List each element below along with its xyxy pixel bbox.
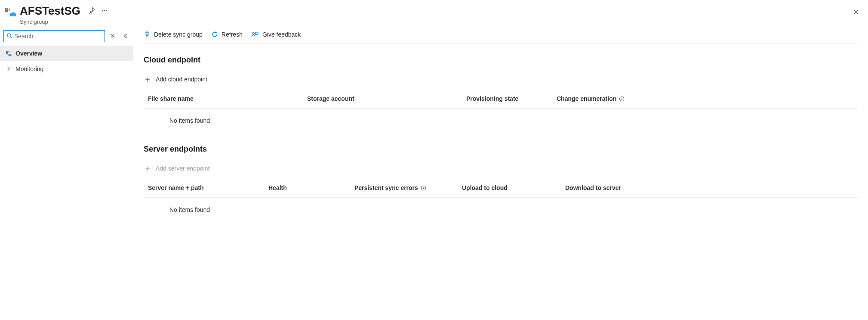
svg-point-14 (423, 186, 424, 187)
page-header: AFSTestSG Sync group (0, 0, 868, 28)
sidebar-item-monitoring[interactable]: Monitoring (0, 61, 133, 77)
svg-point-11 (622, 97, 622, 98)
search-input[interactable] (12, 32, 102, 40)
svg-rect-1 (6, 9, 7, 9)
toolbar-label: Give feedback (262, 31, 301, 38)
page-subtitle: Sync group (20, 19, 80, 25)
column-header[interactable]: File share name (144, 95, 307, 102)
column-header[interactable]: Persistent sync errors (354, 184, 462, 191)
sidebar: Overview Monitoring (0, 28, 133, 320)
svg-point-9 (252, 33, 254, 35)
info-icon[interactable] (619, 96, 625, 102)
sync-group-icon (4, 6, 16, 19)
add-label: Add cloud endpoint (156, 76, 207, 83)
page-title: AFSTestSG (20, 4, 80, 18)
empty-message: No items found (144, 109, 858, 133)
feedback-icon (251, 31, 259, 38)
toolbar: Delete sync group Refresh Give feedback (144, 28, 858, 43)
toolbar-label: Refresh (222, 31, 243, 38)
svg-point-5 (106, 10, 107, 11)
column-header[interactable]: Server name + path (144, 184, 268, 191)
server-endpoint-table: Server name + path Health Persistent syn… (144, 178, 858, 222)
sidebar-item-label: Overview (15, 50, 42, 57)
column-header[interactable]: Provisioning state (466, 95, 557, 102)
cloud-endpoint-heading: Cloud endpoint (144, 56, 868, 65)
svg-rect-2 (6, 9, 7, 10)
svg-point-6 (7, 34, 11, 37)
delete-sync-group-button[interactable]: Delete sync group (144, 31, 203, 38)
more-button[interactable] (101, 7, 108, 15)
info-icon[interactable] (421, 185, 426, 191)
overview-icon (5, 50, 12, 57)
column-header[interactable]: Change enumeration (557, 95, 858, 102)
refresh-icon (211, 31, 218, 38)
column-header[interactable]: Upload to cloud (462, 184, 565, 191)
collapse-sidebar-button[interactable] (120, 33, 130, 40)
pin-button[interactable] (88, 7, 95, 15)
search-clear-button[interactable] (108, 33, 117, 40)
sidebar-item-label: Monitoring (15, 65, 43, 72)
plus-icon: ＋ (144, 163, 151, 174)
column-header[interactable]: Storage account (307, 95, 466, 102)
server-endpoints-heading: Server endpoints (144, 145, 868, 154)
toolbar-label: Delete sync group (154, 31, 203, 38)
column-header[interactable]: Health (268, 184, 354, 191)
add-cloud-endpoint-button[interactable]: ＋ Add cloud endpoint (144, 70, 858, 89)
plus-icon: ＋ (144, 74, 151, 84)
chevron-right-icon (5, 67, 12, 71)
add-label: Add server endpoint (156, 165, 209, 172)
svg-point-4 (104, 10, 105, 11)
search-box[interactable] (3, 30, 105, 42)
sidebar-item-overview[interactable]: Overview (0, 46, 133, 61)
give-feedback-button[interactable]: Give feedback (251, 31, 301, 38)
cloud-endpoint-table: File share name Storage account Provisio… (144, 89, 858, 133)
empty-message: No items found (144, 198, 858, 222)
refresh-button[interactable]: Refresh (211, 31, 243, 38)
trash-icon (144, 31, 151, 38)
svg-point-8 (8, 54, 12, 56)
main-content: Delete sync group Refresh Give feedback … (133, 28, 868, 320)
svg-rect-12 (622, 98, 622, 100)
svg-rect-7 (6, 51, 8, 54)
column-header[interactable]: Download to server (565, 184, 858, 191)
search-icon (6, 33, 12, 40)
add-server-endpoint-button: ＋ Add server endpoint (144, 159, 858, 178)
svg-point-3 (102, 10, 103, 11)
close-button[interactable] (851, 7, 861, 19)
svg-rect-15 (423, 187, 424, 189)
